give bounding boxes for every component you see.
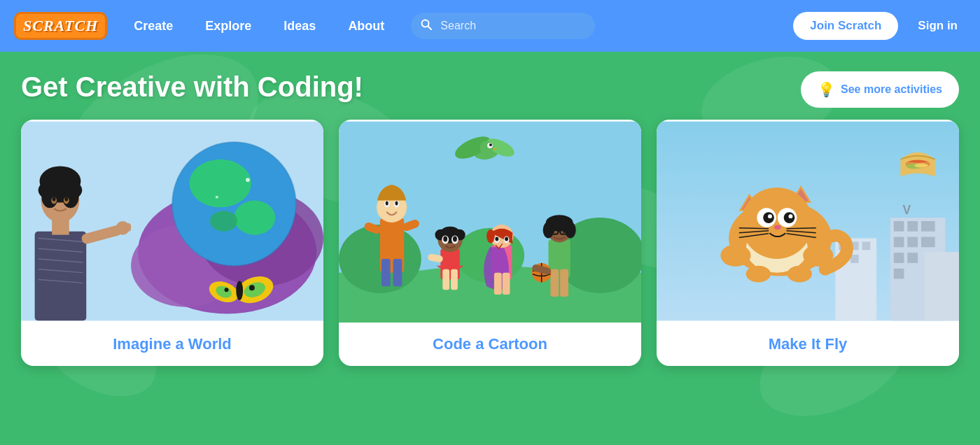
join-scratch-button[interactable]: Join Scratch <box>793 12 898 40</box>
svg-point-58 <box>386 202 388 206</box>
svg-rect-101 <box>907 221 918 232</box>
svg-point-132 <box>774 225 781 229</box>
svg-rect-102 <box>921 221 935 232</box>
card-imagine-title: Imagine a World <box>113 335 232 353</box>
svg-rect-100 <box>894 221 904 232</box>
svg-rect-85 <box>560 269 568 297</box>
svg-rect-113 <box>862 241 871 250</box>
svg-rect-39 <box>125 223 131 232</box>
svg-point-71 <box>443 236 447 242</box>
svg-rect-76 <box>503 273 510 295</box>
card-fly-title: Make It Fly <box>769 335 847 353</box>
svg-rect-84 <box>550 269 559 297</box>
svg-point-72 <box>453 236 457 242</box>
svg-point-78 <box>486 229 495 243</box>
svg-point-12 <box>216 196 218 199</box>
search-wrapper <box>411 13 595 39</box>
svg-rect-106 <box>894 253 904 263</box>
bulb-icon: 💡 <box>818 81 835 98</box>
svg-line-133 <box>739 228 769 229</box>
svg-point-130 <box>768 214 772 218</box>
svg-text:V: V <box>902 203 911 217</box>
scratch-logo[interactable]: SCRATCH <box>14 12 107 40</box>
card-make-it-fly[interactable]: V <box>657 120 959 366</box>
card-imagine-label: Imagine a World <box>21 323 323 366</box>
svg-point-17 <box>236 281 243 299</box>
card-cartoon-label: Code a Cartoon <box>339 323 641 366</box>
svg-rect-103 <box>894 237 904 248</box>
card-cartoon-title: Code a Cartoon <box>433 335 547 353</box>
nav-create[interactable]: Create <box>121 13 186 39</box>
activity-cards: Imagine a World <box>21 120 959 366</box>
card-imagine-a-world[interactable]: Imagine a World <box>21 120 323 366</box>
svg-point-125 <box>741 188 813 259</box>
svg-rect-75 <box>494 273 502 295</box>
card-cartoon-image <box>339 120 641 323</box>
svg-rect-53 <box>382 259 391 286</box>
nav-explore[interactable]: Explore <box>192 13 264 39</box>
see-more-activities-button[interactable]: 💡 See more activities <box>801 71 959 108</box>
card-fly-image: V <box>657 120 959 323</box>
svg-point-59 <box>396 202 398 206</box>
svg-rect-21 <box>35 232 87 321</box>
card-fly-label: Make It Fly <box>657 323 959 366</box>
svg-point-96 <box>563 229 566 233</box>
svg-point-43 <box>339 225 421 293</box>
svg-point-7 <box>190 160 251 208</box>
nav-ideas[interactable]: Ideas <box>271 13 328 39</box>
hero-section: Get Creative with Coding! 💡 See more act… <box>0 52 980 445</box>
svg-point-142 <box>788 266 812 283</box>
svg-point-31 <box>41 186 58 208</box>
svg-rect-54 <box>393 259 402 286</box>
nav-about[interactable]: About <box>335 13 397 39</box>
search-icon <box>421 19 432 33</box>
svg-point-35 <box>52 197 56 202</box>
svg-point-82 <box>505 237 508 241</box>
svg-rect-108 <box>894 269 904 279</box>
see-more-label: See more activities <box>841 83 942 96</box>
svg-point-8 <box>234 201 275 235</box>
svg-point-139 <box>720 244 750 266</box>
svg-point-18 <box>249 285 255 290</box>
svg-point-91 <box>565 222 576 239</box>
svg-point-131 <box>789 214 793 218</box>
svg-rect-107 <box>907 253 918 263</box>
svg-line-1 <box>428 27 432 30</box>
svg-rect-116 <box>925 252 959 320</box>
svg-rect-64 <box>451 269 458 290</box>
svg-line-136 <box>787 228 816 229</box>
svg-point-95 <box>552 229 554 233</box>
svg-point-90 <box>543 222 554 239</box>
svg-point-51 <box>489 143 492 146</box>
svg-rect-105 <box>921 237 935 248</box>
svg-point-32 <box>62 186 79 208</box>
search-input[interactable] <box>411 13 595 39</box>
svg-rect-63 <box>442 269 449 290</box>
svg-point-141 <box>746 266 771 283</box>
navbar: SCRATCH Create Explore Ideas About Join … <box>0 0 980 52</box>
card-code-a-cartoon[interactable]: Code a Cartoon <box>339 120 641 366</box>
card-imagine-image <box>21 120 323 323</box>
svg-point-9 <box>210 211 237 231</box>
svg-point-11 <box>246 178 250 182</box>
svg-point-19 <box>225 288 229 292</box>
svg-point-36 <box>64 197 68 202</box>
svg-point-81 <box>495 237 498 241</box>
svg-rect-104 <box>907 237 918 248</box>
sign-in-link[interactable]: Sign in <box>909 13 966 38</box>
